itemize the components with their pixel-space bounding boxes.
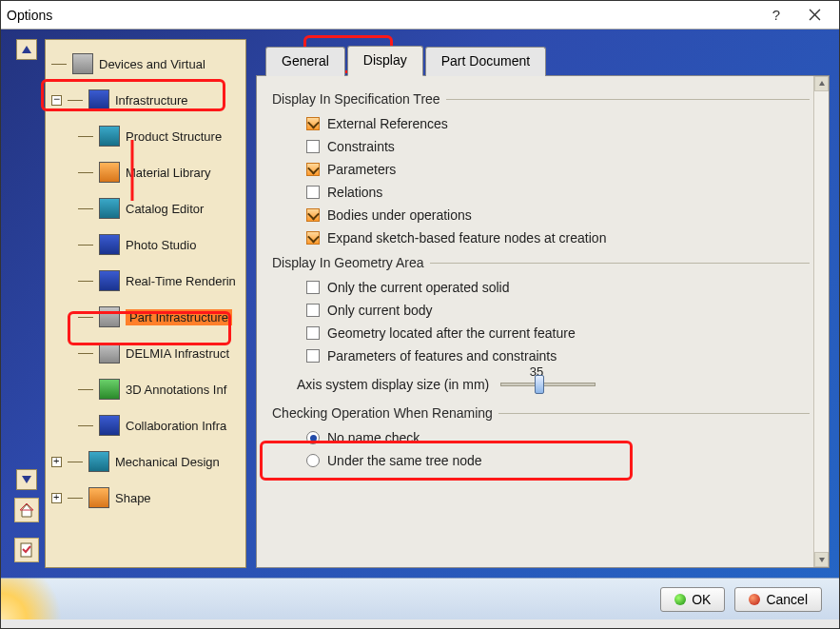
gear-icon	[99, 306, 120, 327]
scroll-up-button[interactable]	[16, 39, 37, 60]
delmia-icon	[99, 343, 120, 364]
tree-item-devices[interactable]: Devices and Virtual	[46, 46, 245, 82]
mech-design-icon	[88, 451, 109, 472]
tree-item-infrastructure[interactable]: Infrastructure	[46, 82, 245, 118]
ok-button[interactable]: OK	[660, 587, 725, 612]
catalog-editor-icon	[99, 198, 120, 219]
axis-label: Axis system display size (in mm)	[297, 377, 489, 392]
tree-item-photo-studio[interactable]: Photo Studio	[46, 226, 245, 263]
photo-studio-icon	[99, 234, 120, 255]
axis-display-size-row: Axis system display size (in mm) 35	[272, 367, 810, 400]
tree-item-mechanical-design[interactable]: Mechanical Design	[46, 443, 245, 480]
tree-item-shape[interactable]: Shape	[46, 480, 245, 516]
nav-tree: Devices and Virtual Infrastructure Produ…	[45, 39, 246, 568]
checkbox-icon[interactable]	[306, 349, 320, 363]
tree-item-delmia[interactable]: DELMIA Infrastruct	[46, 335, 245, 371]
expand-icon[interactable]	[51, 457, 62, 467]
checkbox-icon[interactable]	[306, 326, 320, 340]
scroll-down-button[interactable]	[16, 469, 37, 490]
checkbox-icon[interactable]	[306, 117, 320, 130]
product-structure-icon	[99, 126, 120, 147]
opt-geometry-after-feature[interactable]: Geometry located after the current featu…	[272, 322, 810, 344]
opt-no-name-check[interactable]: No name check	[272, 426, 810, 449]
opt-bodies-under-ops[interactable]: Bodies under operations	[272, 204, 810, 226]
home-tool-icon[interactable]	[14, 498, 39, 522]
opt-constraints[interactable]: Constraints	[272, 135, 810, 158]
tree-item-catalog-editor[interactable]: Catalog Editor	[46, 190, 245, 226]
opt-relations[interactable]: Relations	[272, 181, 810, 204]
checkbox-icon[interactable]	[306, 281, 320, 294]
settings-panel: Display In Specification Tree External R…	[256, 75, 830, 568]
expand-icon[interactable]	[51, 493, 62, 503]
window-title: Options	[7, 8, 52, 23]
opt-external-refs[interactable]: External References	[272, 112, 810, 135]
annotation-icon	[99, 379, 120, 400]
tree-item-3d-annotations[interactable]: 3D Annotations Inf	[46, 371, 245, 407]
close-button[interactable]	[795, 2, 833, 29]
cancel-button[interactable]: Cancel	[734, 587, 822, 612]
dialog-button-bar: OK Cancel	[1, 578, 839, 619]
radio-icon[interactable]	[306, 431, 320, 444]
checkbox-icon[interactable]	[306, 163, 320, 176]
tree-item-material-library[interactable]: Material Library	[46, 154, 245, 190]
tree-item-realtime-rendering[interactable]: Real-Time Renderin	[46, 263, 245, 299]
material-library-icon	[99, 162, 120, 183]
tree-item-product-structure[interactable]: Product Structure	[46, 118, 245, 154]
opt-same-tree-node[interactable]: Under the same tree node	[272, 449, 810, 472]
axis-size-slider[interactable]: 35	[500, 383, 596, 386]
scrollbar-down-icon[interactable]	[814, 552, 829, 567]
tab-display[interactable]: Display	[347, 46, 423, 76]
help-button[interactable]: ?	[757, 2, 795, 29]
section-spec-tree: Display In Specification Tree	[272, 91, 810, 107]
section-geometry-area: Display In Geometry Area	[272, 255, 810, 270]
opt-only-current-body[interactable]: Only current body	[272, 299, 810, 322]
opt-parameters[interactable]: Parameters	[272, 158, 810, 181]
checkbox-icon[interactable]	[306, 186, 320, 199]
tree-item-part-infrastructure[interactable]: Part Infrastructure	[46, 299, 245, 335]
tab-bar: General Display Part Document	[256, 39, 830, 75]
svg-marker-2	[22, 46, 31, 53]
vertical-scrollbar[interactable]	[813, 76, 829, 567]
opt-only-current-solid[interactable]: Only the current operated solid	[272, 276, 810, 299]
svg-marker-8	[819, 558, 825, 562]
svg-marker-3	[22, 476, 31, 483]
opt-expand-sketch-nodes[interactable]: Expand sketch-based feature nodes at cre…	[272, 226, 810, 249]
checkbox-icon[interactable]	[306, 304, 320, 317]
checkbox-icon[interactable]	[306, 208, 320, 222]
shape-icon	[88, 487, 109, 508]
infrastructure-icon	[88, 89, 109, 110]
tree-item-collaboration[interactable]: Collaboration Infra	[46, 407, 245, 443]
reset-tool-icon[interactable]	[14, 538, 39, 562]
cancel-icon	[749, 594, 760, 605]
devices-icon	[72, 53, 93, 74]
tab-part-document[interactable]: Part Document	[425, 47, 546, 76]
radio-icon[interactable]	[306, 454, 320, 467]
checkbox-icon[interactable]	[306, 231, 320, 245]
rendering-icon	[99, 270, 120, 291]
collaboration-icon	[99, 415, 120, 436]
left-toolbar	[10, 39, 43, 568]
section-renaming: Checking Operation When Renaming	[272, 405, 810, 421]
scrollbar-up-icon[interactable]	[814, 76, 829, 91]
collapse-icon[interactable]	[51, 95, 62, 106]
svg-marker-7	[819, 81, 825, 86]
checkbox-icon[interactable]	[306, 140, 320, 153]
titlebar: Options ?	[1, 1, 839, 29]
slider-thumb[interactable]	[535, 375, 544, 394]
tab-general[interactable]: General	[265, 47, 345, 76]
ok-icon	[674, 594, 686, 605]
